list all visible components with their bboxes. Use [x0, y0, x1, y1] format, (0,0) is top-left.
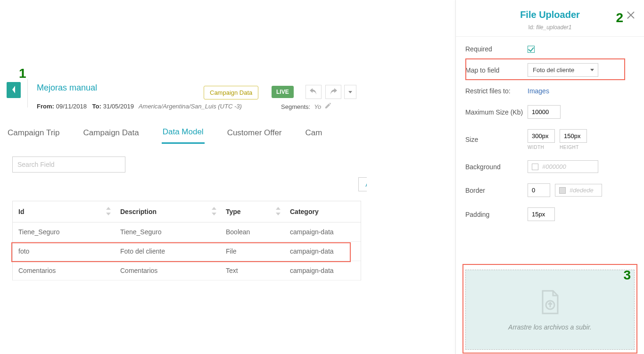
- height-sublabel: HEIGHT: [560, 145, 579, 150]
- height-input[interactable]: [560, 129, 587, 143]
- restrict-label: Restrict files to:: [465, 87, 528, 95]
- required-row: Required: [465, 45, 635, 53]
- border-width-input[interactable]: [528, 183, 550, 197]
- col-id[interactable]: Id: [13, 201, 115, 222]
- padding-label: Padding: [465, 211, 528, 218]
- callout-3: 3: [623, 268, 631, 283]
- campaign-data-chip[interactable]: Campaign Data: [204, 86, 258, 99]
- size-row: Size WIDTH HEIGHT: [465, 129, 635, 150]
- redo-icon: [330, 88, 337, 96]
- campaign-meta: From: 09/11/2018 To: 31/05/2019 America/…: [37, 103, 242, 110]
- table-row[interactable]: Tiene_Seguro Tiene_Seguro Boolean campai…: [13, 222, 361, 242]
- border-swatch: [559, 187, 566, 194]
- upload-file-icon: [539, 289, 561, 317]
- segments-label: Segments:: [281, 103, 310, 110]
- map-label: Map to field: [465, 66, 528, 74]
- dropzone-text: Arrastre los archivos a subir.: [508, 323, 592, 331]
- file-dropzone[interactable]: Arrastre los archivos a subir.: [465, 270, 635, 350]
- padding-input[interactable]: [528, 207, 555, 221]
- tab-customer-offer[interactable]: Customer Offer: [226, 123, 283, 143]
- to-label: To:: [92, 103, 101, 110]
- required-label: Required: [465, 45, 528, 53]
- map-to-field-select[interactable]: Foto del cliente: [528, 63, 598, 77]
- live-badge: LIVE: [272, 86, 294, 98]
- segments: Segments: Yo: [281, 103, 331, 110]
- bg-swatch: [532, 164, 538, 170]
- sort-icon: [106, 207, 111, 215]
- border-color-input[interactable]: #dedede: [555, 184, 602, 197]
- from-label: From:: [37, 103, 54, 110]
- border-label: Border: [465, 187, 528, 194]
- table-header: Id Description Type Category: [13, 201, 361, 222]
- redo-button[interactable]: [325, 85, 341, 99]
- tab-data-model[interactable]: Data Model: [162, 122, 205, 144]
- close-button[interactable]: [626, 10, 636, 20]
- segments-value: Yo: [314, 103, 321, 110]
- campaign-title: Mejoras manual: [37, 83, 97, 93]
- maxsize-input[interactable]: [528, 105, 561, 119]
- chevron-down-icon: [348, 88, 352, 96]
- undo-button[interactable]: [305, 85, 322, 99]
- restrict-row: Restrict files to: Images: [465, 87, 635, 95]
- col-cat[interactable]: Category: [284, 201, 361, 222]
- pencil-icon: [325, 103, 331, 110]
- to-value: 31/05/2019: [103, 103, 134, 110]
- component-id: Id: file_uploader1: [465, 24, 635, 31]
- size-label: Size: [465, 136, 528, 143]
- map-to-field-row: Map to field Foto del cliente: [465, 63, 635, 77]
- background-input[interactable]: #000000: [528, 160, 598, 173]
- maxsize-label: Maximum Size (Kb): [465, 108, 528, 116]
- divider: [27, 79, 28, 107]
- sort-icon: [212, 207, 216, 215]
- more-button[interactable]: [344, 85, 356, 99]
- table-row[interactable]: foto Foto del cliente File campaign-data: [13, 242, 361, 261]
- callout-2: 2: [616, 10, 623, 25]
- background-label: Background: [465, 163, 528, 171]
- campaign-view: 1 Mejoras manual From: 09/11/2018 To: 31…: [0, 0, 367, 283]
- table-row[interactable]: Comentarios Comentarios Text campaign-da…: [13, 261, 361, 280]
- padding-row: Padding: [465, 207, 635, 221]
- tab-bar: Campaign Trip Campaign Data Data Model C…: [0, 121, 367, 144]
- callout-1: 1: [19, 66, 26, 81]
- border-row: Border #dedede: [465, 183, 635, 197]
- panel-body: Required Map to field Foto del cliente R…: [456, 37, 644, 240]
- col-desc[interactable]: Description: [115, 201, 220, 222]
- tab-campaign-trip[interactable]: Campaign Trip: [7, 123, 61, 143]
- maxsize-row: Maximum Size (Kb): [465, 105, 635, 119]
- chevron-left-icon: [11, 86, 16, 95]
- restrict-value[interactable]: Images: [528, 87, 549, 95]
- back-button[interactable]: [7, 82, 21, 98]
- col-type[interactable]: Type: [220, 201, 284, 222]
- required-checkbox[interactable]: [528, 46, 535, 53]
- fields-table: Id Description Type Category Tiene_Segur…: [12, 201, 361, 280]
- background-row: Background #000000: [465, 160, 635, 173]
- from-value: 09/11/2018: [56, 103, 87, 110]
- panel-title: File Uploader: [465, 9, 635, 20]
- search-input[interactable]: [12, 156, 125, 173]
- timezone: America/Argentina/San_Luis (UTC -3): [139, 103, 242, 110]
- width-input[interactable]: [528, 129, 555, 143]
- sort-icon: [276, 207, 281, 215]
- width-sublabel: WIDTH: [528, 145, 544, 150]
- add-button[interactable]: A: [358, 177, 367, 191]
- tab-campaign-data[interactable]: Campaign Data: [83, 123, 140, 143]
- edit-segments-button[interactable]: [325, 103, 331, 110]
- file-uploader-panel: File Uploader Id: file_uploader1 2 Requi…: [455, 0, 644, 354]
- tab-truncated[interactable]: Cam: [305, 123, 323, 143]
- undo-icon: [310, 88, 317, 96]
